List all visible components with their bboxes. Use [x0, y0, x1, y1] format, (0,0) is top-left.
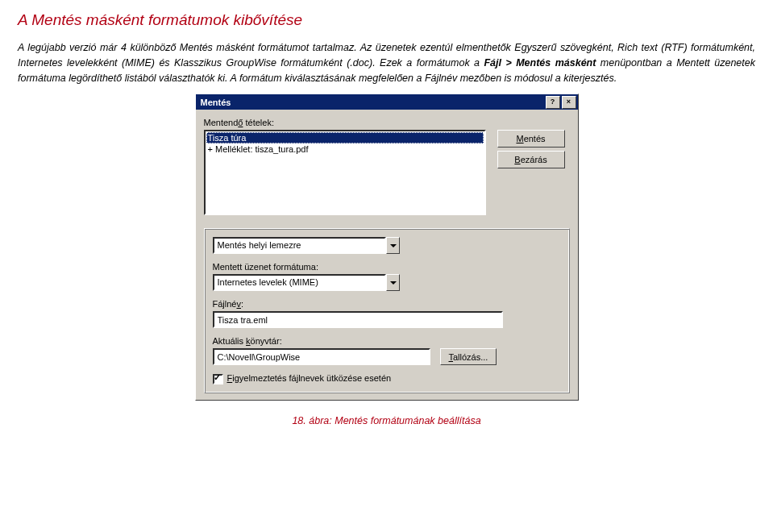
options-group: Mentés helyi lemezre Mentett üzenet form… [204, 228, 570, 393]
warn-checkbox-label[interactable]: Figyelmeztetés fájlnevek ütközése esetén [213, 373, 392, 383]
list-item[interactable]: + Melléklet: tisza_tura.pdf [206, 143, 484, 155]
label-text: Fájlné [213, 299, 237, 309]
label-text: Mentend [204, 118, 239, 127]
para-text-2b: legördíthető listából választhatók ki. A… [66, 73, 425, 84]
page-heading: A Mentés másként formátumok kibővítése [18, 11, 755, 29]
save-location-select[interactable]: Mentés helyi lemezre [213, 237, 386, 254]
close-button[interactable]: × [562, 96, 576, 109]
label-text: Aktuális [213, 336, 247, 346]
dialog-title: Mentés [201, 98, 231, 107]
save-button[interactable]: Mentés [497, 130, 565, 148]
btn-text: allózás... [453, 352, 488, 362]
btn-accel: M [516, 134, 523, 143]
browse-button[interactable]: Tallózás... [440, 348, 497, 365]
label-text: tételek: [243, 118, 274, 127]
dropdown-icon[interactable] [386, 274, 400, 291]
btn-accel: B [514, 155, 520, 164]
filename-input[interactable] [213, 311, 503, 328]
help-button[interactable]: ? [546, 96, 560, 109]
btn-text: ezárás [521, 155, 547, 164]
format-label: Mentett üzenet formátuma: [213, 262, 561, 272]
warn-checkbox[interactable] [213, 374, 223, 384]
menu-path: Fájl > Mentés másként [484, 57, 596, 69]
close-dialog-button[interactable]: Bezárás [497, 151, 565, 168]
directory-label: Aktuális könyvtár: [213, 336, 561, 346]
save-dialog: Mentés ? × Mentendő tételek: Tisza túra … [195, 94, 579, 401]
items-listbox[interactable]: Tisza túra + Melléklet: tisza_tura.pdf [204, 130, 486, 215]
btn-text: entés [524, 134, 546, 143]
directory-input[interactable] [213, 348, 430, 365]
format-select[interactable]: Internetes levelek (MIME) [213, 274, 386, 291]
figure-caption: 18. ábra: Mentés formátumának beállítása [18, 415, 755, 426]
para-text-2a: menüpontban a [596, 57, 676, 69]
label-text: : [241, 299, 243, 309]
dropdown-icon[interactable] [386, 237, 400, 254]
para-text-2c: mezőben is módosul a kiterjesztés. [457, 73, 617, 84]
body-paragraph: A legújabb verzió már 4 különböző Mentés… [18, 40, 755, 85]
label-text: önyvtár: [251, 336, 282, 346]
dialog-titlebar: Mentés ? × [196, 94, 578, 110]
filename-label: Fájlnév: [213, 299, 561, 309]
italic-term-2: Fájlnév [425, 73, 457, 84]
items-label: Mentendő tételek: [204, 118, 570, 127]
chk-text: igyelmeztetés fájlnevek ütközése esetén [232, 373, 391, 383]
list-item-selected[interactable]: Tisza túra [206, 132, 484, 143]
